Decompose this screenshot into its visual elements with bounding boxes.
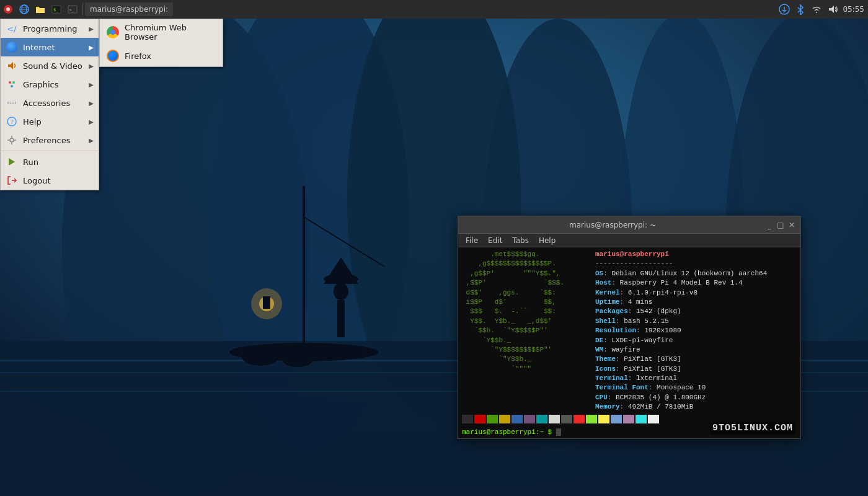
help-label: Help (23, 117, 89, 126)
svg-text:</>: </> (7, 24, 17, 33)
svg-point-48 (10, 138, 14, 142)
terminal-cursor (556, 428, 561, 436)
color-block-6 (536, 415, 547, 423)
download-icon[interactable] (778, 3, 790, 16)
accessories-arrow: ▶ (89, 100, 94, 107)
sound-video-label: Sound & Video (23, 61, 89, 71)
menu-item-internet[interactable]: Internet ▶ (1, 38, 99, 56)
programming-icon: </> (6, 22, 18, 35)
color-block-12 (611, 415, 622, 423)
submenu-item-firefox[interactable]: Firefox (100, 45, 223, 66)
system-time: 05:55 (843, 5, 864, 14)
svg-marker-38 (8, 62, 13, 69)
menu-item-graphics[interactable]: Graphics ▶ (1, 75, 99, 94)
terminal-menu-file[interactable]: File (461, 236, 483, 245)
taskbar-separator (82, 3, 83, 16)
chromium-browser-icon (106, 25, 120, 39)
color-block-0 (462, 415, 473, 423)
taskbar: $_ >_ marius@raspberrypi: (0, 0, 868, 19)
network-icon[interactable] (810, 3, 823, 16)
taskbar-right: 05:55 (778, 3, 868, 16)
accessories-icon (6, 97, 18, 109)
svg-marker-36 (829, 6, 834, 13)
taskbar-left: $_ >_ marius@raspberrypi: (0, 2, 778, 16)
sound-video-icon (6, 60, 18, 72)
terminal-menu-help[interactable]: Help (534, 236, 560, 245)
graphics-icon (6, 78, 18, 91)
svg-point-44 (11, 102, 13, 104)
color-block-11 (598, 415, 609, 423)
volume-icon[interactable] (826, 3, 839, 16)
terminal-sysinfo: marius@raspberrypi ------------------- O… (591, 247, 800, 414)
raspi-menu-button[interactable] (1, 2, 15, 16)
svg-point-43 (8, 102, 11, 104)
terminal-taskbar-icon-2[interactable]: >_ (66, 2, 79, 16)
programming-label: Programming (23, 24, 89, 33)
prompt-text: marius@raspberrypi:~ $ (462, 428, 552, 436)
internet-label: Internet (23, 43, 89, 52)
graphics-arrow: ▶ (89, 81, 94, 88)
menu-item-help[interactable]: ? Help ▶ (1, 112, 99, 131)
color-block-15 (648, 415, 659, 423)
menu-item-run[interactable]: Run (1, 153, 99, 171)
active-window-title[interactable]: marius@raspberrypi: (85, 2, 173, 16)
terminal-window: marius@raspberrypi: ~ _ □ ✕ File Edit Ta… (458, 216, 801, 439)
terminal-content: .met$$$$$gg. ,g$$$$$$$$$$$$$$$P. ,g$$P' … (458, 247, 800, 414)
menu-item-sound-video[interactable]: Sound & Video ▶ (1, 56, 99, 75)
terminal-minimize-btn[interactable]: _ (764, 220, 774, 230)
graphics-label: Graphics (23, 80, 89, 89)
firefox-browser-icon (106, 49, 120, 63)
bluetooth-icon[interactable] (794, 3, 807, 16)
terminal-title-text: marius@raspberrypi: ~ (462, 221, 763, 229)
accessories-label: Accessories (23, 99, 89, 108)
menu-item-programming[interactable]: </> Programming ▶ (1, 19, 99, 38)
svg-point-45 (13, 102, 16, 104)
svg-rect-15 (337, 300, 345, 337)
terminal-taskbar-icon-1[interactable]: $_ (50, 2, 63, 16)
submenu-item-chromium[interactable]: Chromium Web Browser (100, 19, 223, 45)
internet-icon (6, 41, 18, 53)
help-arrow: ▶ (89, 118, 94, 125)
color-block-8 (561, 415, 572, 423)
globe-taskbar-icon[interactable] (17, 2, 31, 16)
svg-point-41 (11, 85, 13, 87)
svg-rect-20 (263, 296, 270, 309)
preferences-arrow: ▶ (89, 137, 94, 144)
app-menu: </> Programming ▶ Internet ▶ Sound & Vid… (0, 19, 99, 190)
internet-arrow: ▶ (89, 44, 94, 51)
menu-item-logout[interactable]: Logout (1, 171, 99, 190)
terminal-menu-tabs[interactable]: Tabs (507, 236, 534, 245)
color-block-14 (636, 415, 647, 423)
terminal-close-btn[interactable]: ✕ (787, 220, 797, 230)
terminal-titlebar: marius@raspberrypi: ~ _ □ ✕ (458, 216, 800, 234)
color-block-5 (524, 415, 535, 423)
run-label: Run (23, 157, 94, 167)
terminal-maximize-btn[interactable]: □ (776, 220, 786, 230)
menu-item-accessories[interactable]: Accessories ▶ (1, 94, 99, 112)
color-block-1 (474, 415, 485, 423)
terminal-menu-edit[interactable]: Edit (483, 236, 507, 245)
help-icon: ? (6, 115, 18, 128)
color-block-3 (499, 415, 510, 423)
terminal-menubar: File Edit Tabs Help (458, 234, 800, 247)
preferences-label: Preferences (23, 136, 89, 145)
firefox-label: Firefox (125, 51, 151, 61)
color-block-10 (586, 415, 597, 423)
folder-taskbar-icon[interactable] (33, 2, 47, 16)
menu-divider (1, 151, 99, 151)
menu-item-preferences[interactable]: Preferences ▶ (1, 131, 99, 149)
svg-point-22 (282, 352, 313, 367)
svg-point-40 (12, 81, 15, 84)
run-icon (6, 156, 18, 168)
programming-arrow: ▶ (89, 25, 94, 32)
color-block-2 (487, 415, 498, 423)
svg-point-21 (242, 347, 279, 366)
svg-marker-53 (9, 158, 15, 166)
color-block-7 (549, 415, 560, 423)
color-block-9 (574, 415, 585, 423)
logout-icon (6, 174, 18, 187)
internet-submenu: Chromium Web Browser Firefox (99, 19, 223, 67)
terminal-branding: 9TO5LINUX.COM (710, 422, 795, 435)
terminal-ascii-art: .met$$$$$gg. ,g$$$$$$$$$$$$$$$P. ,g$$P' … (458, 247, 591, 414)
preferences-icon (6, 134, 18, 146)
